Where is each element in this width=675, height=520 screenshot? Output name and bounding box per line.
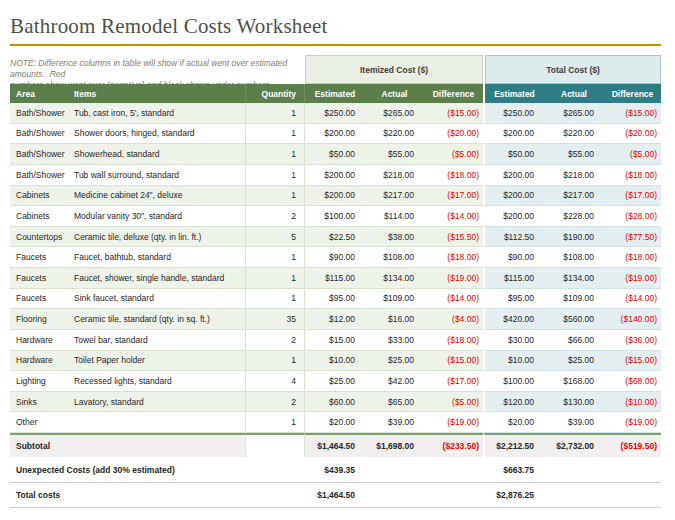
empty-cell[interactable]: [544, 483, 604, 508]
unexpected-costs-label[interactable]: Unexpected Costs (add 30% estimated): [10, 457, 305, 483]
cell-r7-c4[interactable]: $22.50: [305, 227, 365, 248]
cell-r14-c2[interactable]: Recessed lights, standard: [72, 371, 245, 392]
cell-r9-c7[interactable]: $115.00: [483, 268, 544, 289]
cell-r14-c8[interactable]: $168.00: [544, 371, 604, 392]
cell-r8-c1[interactable]: Faucets: [10, 247, 72, 268]
cell-r5-c5[interactable]: $217.00: [365, 186, 424, 207]
cell-r15-c3[interactable]: 2: [245, 392, 305, 413]
cell-r13-c9[interactable]: ($15.00): [604, 351, 661, 372]
col-header-itemized-estimated[interactable]: Estimated: [305, 84, 365, 103]
cell-r12-c5[interactable]: $33.00: [365, 330, 424, 351]
col-header-total-estimated[interactable]: Estimated: [483, 84, 544, 103]
cell-r3-c8[interactable]: $55.00: [544, 144, 604, 165]
empty-cell[interactable]: [424, 457, 483, 483]
col-header-total-difference[interactable]: Difference: [604, 84, 661, 103]
cell-r2-c5[interactable]: $220.00: [365, 124, 424, 145]
cell-r10-c5[interactable]: $109.00: [365, 289, 424, 310]
cell-r6-c8[interactable]: $228.00: [544, 206, 604, 227]
cell-r11-c4[interactable]: $12.00: [305, 309, 365, 330]
cell-r6-c3[interactable]: 2: [245, 206, 305, 227]
cell-r9-c4[interactable]: $115.00: [305, 268, 365, 289]
cell-r13-c4[interactable]: $10.00: [305, 351, 365, 372]
cell-r13-c1[interactable]: Hardware: [10, 351, 72, 372]
cell-r16-c3[interactable]: 1: [245, 412, 305, 433]
cell-r14-c7[interactable]: $100.00: [483, 371, 544, 392]
cell-r7-c9[interactable]: ($77.50): [604, 227, 661, 248]
cell-r15-c5[interactable]: $65.00: [365, 392, 424, 413]
cell-r11-c6[interactable]: ($4.00): [424, 309, 483, 330]
cell-r15-c4[interactable]: $60.00: [305, 392, 365, 413]
cell-r15-c1[interactable]: Sinks: [10, 392, 72, 413]
cell-r10-c6[interactable]: ($14.00): [424, 289, 483, 310]
cell-r14-c3[interactable]: 4: [245, 371, 305, 392]
total-total-estimated[interactable]: $2,876.25: [483, 483, 544, 508]
cell-r5-c7[interactable]: $200.00: [483, 186, 544, 207]
cell-r12-c3[interactable]: 2: [245, 330, 305, 351]
cell-r16-c5[interactable]: $39.00: [365, 412, 424, 433]
cell-r9-c1[interactable]: Faucets: [10, 268, 72, 289]
subtotal-total-estimated[interactable]: $2,212.50: [483, 433, 544, 457]
cell-r2-c3[interactable]: 1: [245, 124, 305, 145]
col-header-quantity[interactable]: Quantity: [245, 84, 305, 103]
empty-cell[interactable]: [604, 483, 661, 508]
cell-r10-c9[interactable]: ($14.00): [604, 289, 661, 310]
cell-r1-c2[interactable]: Tub, cast iron, 5', standard: [72, 103, 245, 124]
cell-r1-c3[interactable]: 1: [245, 103, 305, 124]
cell-r6-c5[interactable]: $114.00: [365, 206, 424, 227]
cell-r15-c7[interactable]: $120.00: [483, 392, 544, 413]
cell-r4-c8[interactable]: $218.00: [544, 165, 604, 186]
cell-r3-c5[interactable]: $55.00: [365, 144, 424, 165]
col-header-total-actual[interactable]: Actual: [544, 84, 604, 103]
cell-r1-c8[interactable]: $265.00: [544, 103, 604, 124]
col-header-area[interactable]: Area: [10, 84, 72, 103]
cell-r14-c9[interactable]: ($68.00): [604, 371, 661, 392]
cell-r15-c9[interactable]: ($10.00): [604, 392, 661, 413]
cell-r11-c7[interactable]: $420.00: [483, 309, 544, 330]
cell-r3-c9[interactable]: ($5.00): [604, 144, 661, 165]
cell-r16-c7[interactable]: $20.00: [483, 412, 544, 433]
cell-r1-c6[interactable]: ($15.00): [424, 103, 483, 124]
col-header-itemized-actual[interactable]: Actual: [365, 84, 424, 103]
cell-r8-c6[interactable]: ($18.00): [424, 247, 483, 268]
subtotal-quantity-cell[interactable]: [245, 433, 305, 457]
cell-r11-c9[interactable]: ($140.00): [604, 309, 661, 330]
cell-r4-c3[interactable]: 1: [245, 165, 305, 186]
cell-r10-c7[interactable]: $95.00: [483, 289, 544, 310]
cell-r13-c2[interactable]: Toilet Paper holder: [72, 351, 245, 372]
cell-r2-c6[interactable]: ($20.00): [424, 124, 483, 145]
cell-r3-c4[interactable]: $50.00: [305, 144, 365, 165]
cell-r9-c6[interactable]: ($19.00): [424, 268, 483, 289]
cell-r9-c9[interactable]: ($19.00): [604, 268, 661, 289]
cell-r12-c6[interactable]: ($18.00): [424, 330, 483, 351]
cell-r7-c2[interactable]: Ceramic tile, deluxe (qty. in lin. ft.): [72, 227, 245, 248]
cell-r5-c9[interactable]: ($17.00): [604, 186, 661, 207]
empty-cell[interactable]: [365, 483, 424, 508]
cell-r6-c9[interactable]: ($28.00): [604, 206, 661, 227]
cell-r5-c4[interactable]: $200.00: [305, 186, 365, 207]
cell-r6-c6[interactable]: ($14.00): [424, 206, 483, 227]
cell-r6-c7[interactable]: $200.00: [483, 206, 544, 227]
subtotal-total-difference[interactable]: ($519.50): [604, 433, 661, 457]
subtotal-total-actual[interactable]: $2,732.00: [544, 433, 604, 457]
cell-r2-c9[interactable]: ($20.00): [604, 124, 661, 145]
cell-r7-c3[interactable]: 5: [245, 227, 305, 248]
cell-r2-c2[interactable]: Shower doors, hinged, standard: [72, 124, 245, 145]
cell-r3-c1[interactable]: Bath/Shower: [10, 144, 72, 165]
cell-r2-c8[interactable]: $220.00: [544, 124, 604, 145]
cell-r12-c8[interactable]: $66.00: [544, 330, 604, 351]
cell-r6-c1[interactable]: Cabinets: [10, 206, 72, 227]
cell-r8-c9[interactable]: ($18.00): [604, 247, 661, 268]
cell-r3-c2[interactable]: Showerhead, standard: [72, 144, 245, 165]
cell-r10-c4[interactable]: $95.00: [305, 289, 365, 310]
cell-r4-c4[interactable]: $200.00: [305, 165, 365, 186]
cell-r1-c9[interactable]: ($15.00): [604, 103, 661, 124]
cell-r3-c6[interactable]: ($5.00): [424, 144, 483, 165]
cell-r8-c8[interactable]: $108.00: [544, 247, 604, 268]
cell-r3-c7[interactable]: $50.00: [483, 144, 544, 165]
total-costs-label[interactable]: Total costs: [10, 483, 305, 508]
total-itemized-estimated[interactable]: $1,464.50: [305, 483, 365, 508]
cell-r15-c6[interactable]: ($5.00): [424, 392, 483, 413]
cell-r11-c2[interactable]: Ceramic tile, standard (qty. in sq. ft.): [72, 309, 245, 330]
cell-r2-c1[interactable]: Bath/Shower: [10, 124, 72, 145]
col-header-itemized-difference[interactable]: Difference: [424, 84, 483, 103]
